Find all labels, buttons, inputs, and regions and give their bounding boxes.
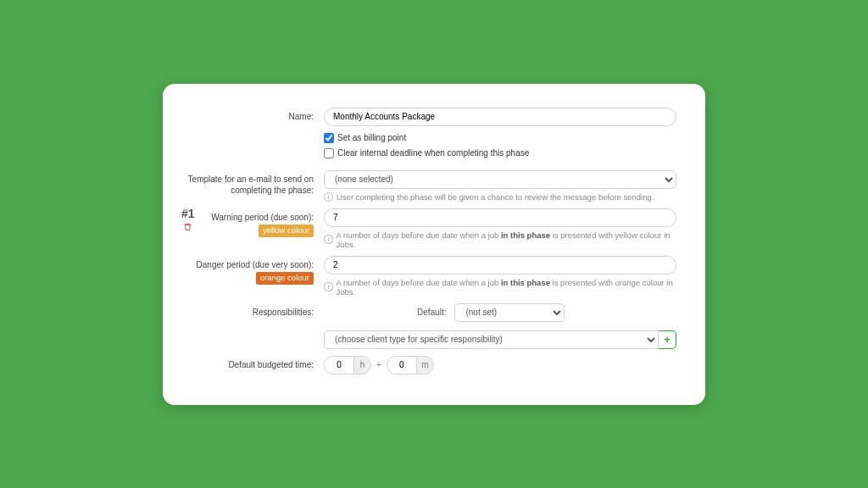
billing-point-label: Set as billing point (337, 133, 406, 142)
info-icon: i (324, 192, 333, 202)
plus-separator: + (376, 360, 381, 369)
email-template-helper: i User completing the phase will be give… (324, 192, 676, 202)
resp-default-select[interactable]: (not set) (454, 303, 565, 322)
budget-hours-input[interactable] (325, 357, 353, 374)
info-icon: i (324, 282, 333, 291)
danger-helper: i A number of days before due date when … (324, 278, 676, 297)
clear-deadline-checkbox[interactable] (324, 148, 334, 158)
phase-card: #1 Name: Set as billing point Clear inte… (163, 84, 705, 405)
yellow-colour-badge: yellow colour (259, 225, 314, 237)
orange-colour-badge: orange colour (256, 272, 314, 285)
phase-gutter: #1 (181, 207, 195, 235)
info-icon: i (324, 235, 333, 244)
budget-hours-group: h (324, 356, 371, 374)
name-input[interactable] (324, 108, 676, 126)
name-label: Name: (180, 108, 324, 123)
warning-helper: i A number of days before due date when … (324, 230, 676, 249)
minutes-unit: m (416, 357, 433, 374)
billing-point-checkbox[interactable] (324, 133, 334, 143)
phase-number: #1 (181, 207, 195, 220)
add-responsibility-button[interactable]: + (659, 330, 676, 349)
clear-deadline-label: Clear internal deadline when completing … (337, 148, 529, 158)
budget-minutes-input[interactable] (387, 357, 416, 374)
hours-unit: h (353, 357, 370, 374)
resp-clienttype-select[interactable]: (choose client type for specific respons… (324, 330, 659, 349)
budget-label: Default budgeted time: (180, 356, 324, 371)
budget-minutes-group: m (387, 356, 434, 374)
danger-period-input[interactable] (324, 256, 676, 274)
responsibilities-label: Responsibilities: (180, 303, 324, 319)
email-template-label: Template for an e-mail to send on comple… (180, 170, 324, 197)
resp-default-label: Default: (417, 308, 446, 317)
warning-label: Warning period (due soon): (211, 213, 314, 222)
warning-period-input[interactable] (324, 208, 676, 227)
danger-label: Danger period (due very soon): (197, 260, 314, 269)
delete-icon[interactable] (181, 222, 195, 235)
email-template-select[interactable]: (none selected) (324, 170, 676, 189)
